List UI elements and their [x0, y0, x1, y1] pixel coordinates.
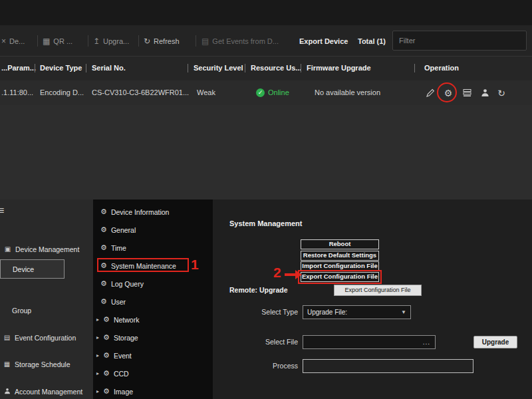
sidebar-label: Device Management — [15, 245, 79, 253]
annotation-arrow-line — [285, 273, 296, 276]
col-header-param[interactable]: ...Param... — [1, 56, 36, 80]
sidebar-label: Account Management — [15, 388, 82, 396]
expand-arrow-icon[interactable]: ▸ — [96, 352, 99, 358]
cell-firmware-upgrade: No available version — [315, 80, 380, 105]
upgrade-action-button[interactable]: Upgrade — [473, 336, 517, 348]
reboot-button[interactable]: Reboot — [301, 239, 379, 249]
col-header-operation: Operation — [424, 56, 459, 80]
cell-param: .1.11:80... — [1, 80, 33, 105]
qr-code-icon: ▦ — [43, 37, 50, 46]
column-separator — [35, 64, 35, 72]
column-separator — [301, 64, 301, 72]
expand-arrow-icon[interactable]: ▸ — [96, 317, 99, 323]
gear-icon: ⚙ — [100, 279, 107, 288]
process-label: Process — [229, 362, 298, 370]
upgrade-button[interactable]: ↥ Upgra... — [93, 35, 129, 48]
sidebar-label: Group — [12, 307, 31, 315]
nav-item-log-query[interactable]: ⚙ Log Query — [100, 279, 144, 289]
select-type-value: Upgrade File: — [307, 309, 347, 316]
gear-icon: ⚙ — [103, 387, 110, 396]
event-configuration-icon: ▤ — [3, 334, 11, 341]
delete-label: De... — [9, 37, 25, 45]
nav-label: Time — [111, 244, 126, 252]
col-header-resource-usage[interactable]: Resource Us... — [251, 56, 301, 80]
toolbar-divider — [138, 35, 139, 47]
select-type-dropdown[interactable]: Upgrade File: ▼ — [303, 305, 411, 319]
toolbar-divider — [88, 35, 88, 47]
gear-icon: ⚙ — [100, 207, 107, 216]
select-type-label: Select Type — [229, 308, 298, 316]
gear-icon: ⚙ — [103, 333, 110, 342]
nav-item-storage[interactable]: ▸ ⚙ Storage — [96, 332, 138, 342]
expand-arrow-icon[interactable]: ▸ — [96, 334, 99, 340]
annotation-step-2: 2 — [273, 265, 281, 281]
window-chrome — [0, 0, 532, 25]
gear-icon: ⚙ — [100, 297, 107, 306]
refresh-icon: ↻ — [144, 37, 150, 46]
col-header-security-level[interactable]: Security Level — [194, 56, 243, 80]
user-account-icon[interactable] — [478, 86, 491, 100]
sidebar-item-device-management[interactable]: ▣ Device Management — [4, 244, 79, 254]
device-management-screenshot: × De... ▦ QR ... ↥ Upgra... ↻ Refresh ▤ … — [0, 0, 532, 399]
online-status-label: Online — [268, 80, 289, 105]
storage-schedule-icon: ▦ — [3, 360, 11, 368]
nav-item-device-information[interactable]: ⚙ Device Information — [100, 207, 169, 217]
nav-item-general[interactable]: ⚙ General — [100, 225, 136, 235]
sidebar-label: Storage Schedule — [15, 360, 70, 368]
menu-icon[interactable]: ≡ — [0, 205, 4, 217]
nav-label: Storage — [114, 334, 138, 342]
chevron-down-icon: ▼ — [401, 309, 406, 315]
column-separator — [188, 64, 188, 72]
edit-device-icon[interactable] — [424, 86, 437, 100]
get-events-button[interactable]: ▤ Get Events from D... — [201, 35, 279, 48]
restore-default-settings-button[interactable]: Restore Default Settings — [301, 251, 379, 261]
nav-label: Device Information — [111, 208, 170, 216]
toolbar-divider — [196, 35, 196, 47]
delete-device-button[interactable]: × De... — [1, 35, 25, 48]
refresh-button[interactable]: ↻ Refresh — [144, 35, 180, 48]
export-device-button[interactable]: Export Device — [299, 35, 348, 48]
nav-item-image[interactable]: ▸ ⚙ Image — [96, 386, 133, 396]
cell-security-level: Weak — [197, 80, 215, 105]
qr-code-button[interactable]: ▦ QR ... — [43, 35, 72, 48]
nav-item-ccd[interactable]: ▸ ⚙ CCD — [96, 368, 129, 378]
export-device-label: Export Device — [299, 37, 348, 45]
expand-arrow-icon[interactable]: ▸ — [96, 370, 99, 376]
sidebar-item-group[interactable]: Group — [12, 305, 31, 315]
column-separator — [245, 64, 245, 72]
cell-serial-no: CS-CV310-C3-6B22WFR01... — [92, 80, 189, 105]
sidebar-item-device[interactable]: Device — [0, 259, 65, 279]
col-header-serial-no[interactable]: Serial No. — [92, 56, 126, 80]
nav-label: Log Query — [111, 280, 144, 288]
total-count: Total (1) — [358, 35, 386, 48]
select-file-label: Select File — [229, 338, 298, 346]
col-header-firmware-upgrade[interactable]: Firmware Upgrade — [307, 56, 371, 80]
nav-item-network[interactable]: ▸ ⚙ Network — [96, 315, 139, 325]
sidebar-item-event-configuration[interactable]: ▤ Event Configuration — [3, 332, 76, 342]
expand-arrow-icon[interactable]: ▸ — [96, 388, 99, 394]
qr-code-label: QR ... — [53, 37, 72, 45]
nav-label: Image — [114, 388, 133, 396]
select-file-input[interactable]: ... — [303, 335, 436, 349]
browse-button[interactable]: ... — [423, 338, 430, 346]
nav-label: User — [111, 298, 126, 306]
device-status-icon[interactable] — [460, 86, 473, 100]
nav-item-time[interactable]: ⚙ Time — [100, 243, 126, 253]
refresh-device-icon[interactable]: ↻ — [495, 86, 508, 100]
filter-input[interactable] — [392, 31, 527, 51]
process-bar — [303, 359, 473, 373]
nav-item-event[interactable]: ▸ ⚙ Event — [96, 350, 132, 360]
upgrade-icon: ↥ — [93, 37, 100, 46]
annotation-box-export-configuration — [298, 270, 382, 284]
annotation-circle-remote-config — [437, 82, 457, 102]
online-status-icon: ✓ — [256, 88, 265, 97]
sidebar-item-storage-schedule[interactable]: ▦ Storage Schedule — [3, 359, 70, 369]
sidebar-item-account-management[interactable]: Account Management — [3, 386, 82, 396]
col-header-device-type[interactable]: Device Type — [40, 56, 82, 80]
annotation-step-1: 1 — [191, 257, 199, 273]
nav-item-user[interactable]: ⚙ User — [100, 297, 126, 307]
gear-icon: ⚙ — [103, 315, 110, 324]
refresh-label: Refresh — [154, 37, 180, 45]
get-events-label: Get Events from D... — [212, 37, 279, 45]
column-separator — [86, 64, 86, 72]
